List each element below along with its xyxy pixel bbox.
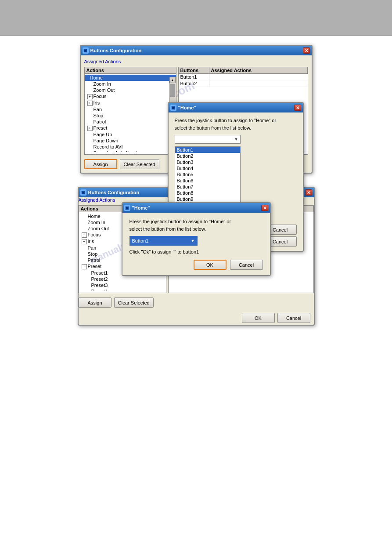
listbox-item-btn6-1[interactable]: Button6 bbox=[175, 178, 240, 184]
home-dialog1-close-btn[interactable]: ✕ bbox=[294, 105, 301, 111]
tree-item-recordavi-1[interactable]: Record to AVI bbox=[85, 144, 176, 150]
focus-expander-2[interactable]: + bbox=[82, 232, 87, 238]
dialog2-ok-btn[interactable]: OK bbox=[242, 313, 275, 323]
listbox-item-btn4-1[interactable]: Button4 bbox=[175, 165, 240, 171]
home-prompt-2: Press the joystick button to assign to "… bbox=[129, 218, 263, 232]
tree-item-preset2-2[interactable]: Preset2 bbox=[79, 276, 166, 282]
focus-expander-1[interactable]: + bbox=[87, 94, 93, 99]
listbox-item-btn8-1[interactable]: Button8 bbox=[175, 190, 240, 196]
tree-item-preset4-2[interactable]: Preset4 bbox=[79, 288, 166, 290]
scroll-up-1[interactable]: ▲ bbox=[169, 77, 176, 83]
dropdown-arrow-1: ▼ bbox=[234, 137, 238, 141]
dialog1-title: Buttons Configuration bbox=[90, 48, 142, 53]
home-dialog2-buttons: OK Cancel bbox=[129, 260, 263, 270]
tree-item-patrol-1[interactable]: Patrol bbox=[85, 119, 176, 125]
dialog2-ok-cancel: OK Cancel bbox=[79, 311, 314, 325]
tree-item-focus-1[interactable]: +Focus bbox=[85, 93, 176, 100]
dialog2-bottom-buttons: Assign Clear Selected bbox=[79, 296, 314, 308]
home-dialog2-close-btn[interactable]: ✕ bbox=[261, 205, 268, 211]
listbox-item-btn9-1[interactable]: Button9 bbox=[175, 196, 240, 202]
tree-item-iris-1[interactable]: +Iris bbox=[85, 100, 176, 106]
tree-item-zoomin-1[interactable]: Zoom In bbox=[85, 81, 176, 87]
tree-item-snapshot-1[interactable]: Snapshot Auto Naming bbox=[85, 150, 176, 152]
home-dialog2-titlebar: ▣ "Home" ✕ bbox=[122, 203, 270, 213]
assigned-cell-2 bbox=[209, 80, 213, 87]
home-dialog2-body: Press the joystick button to assign to "… bbox=[122, 213, 270, 275]
clear-selected-button-1[interactable]: Clear Selected bbox=[120, 159, 159, 169]
listbox-item-btn1-1[interactable]: Button1 bbox=[175, 147, 240, 153]
dialog1-close-btn[interactable]: ✕ bbox=[303, 47, 310, 54]
tree-item-preset3-2[interactable]: Preset3 bbox=[79, 282, 166, 288]
listbox-item-btn7-1[interactable]: Button7 bbox=[175, 184, 240, 190]
actions-panel-1: Actions Home Zoom In Zoom Out +Focus +Ir… bbox=[84, 67, 176, 155]
home-dialog2-icon: ▣ bbox=[124, 205, 130, 211]
home-dropdown-2[interactable]: Button1 ▼ bbox=[129, 236, 198, 246]
dialog2-cancel-btn[interactable]: Cancel bbox=[277, 313, 310, 323]
clear-selected-button-2[interactable]: Clear Selected bbox=[114, 297, 154, 308]
home-dialog1-title: "Home" bbox=[178, 105, 196, 110]
home-dialog1-icon: ▣ bbox=[170, 105, 176, 111]
assigned-cell-1 bbox=[209, 74, 213, 80]
btn-cell-1: Button1 bbox=[179, 74, 209, 80]
top-bar bbox=[0, 0, 392, 36]
scroll-thumb-1[interactable] bbox=[170, 84, 175, 97]
listbox-item-btn5-1[interactable]: Button5 bbox=[175, 171, 240, 178]
dialog2-icon: ▣ bbox=[80, 189, 86, 196]
actions-header-1: Actions bbox=[85, 67, 176, 74]
dialog1-icon: ▣ bbox=[83, 47, 89, 54]
dialog1-titlebar: ▣ Buttons Configuration ✕ bbox=[81, 46, 312, 55]
dialog1-section: Assigned Actions bbox=[84, 59, 308, 64]
home-ok-button-2[interactable]: OK bbox=[194, 260, 227, 270]
tree-item-pan-1[interactable]: Pan bbox=[85, 106, 176, 112]
tree-item-preset-1[interactable]: +Preset bbox=[85, 125, 176, 131]
preset-expander-1[interactable]: + bbox=[87, 126, 93, 131]
dropdown-arrow-2: ▼ bbox=[191, 239, 195, 243]
home-dialog1-titlebar: ▣ "Home" ✕ bbox=[169, 103, 303, 112]
click-ok-msg: Click "Ok" to assign "" to button1 bbox=[129, 249, 263, 254]
home-dialog2-title: "Home" bbox=[132, 205, 150, 210]
listbox-item-btn2-1[interactable]: Button2 bbox=[175, 153, 240, 159]
buttons-header-row-1: Buttons Assigned Actions bbox=[179, 67, 308, 74]
preset-expander-2[interactable]: - bbox=[82, 264, 87, 269]
home-dropdown-value-2: Button1 bbox=[132, 238, 149, 243]
iris-expander-2[interactable]: + bbox=[82, 239, 87, 244]
first-dialog-group: manualalive.com ▣ Buttons Configuration … bbox=[80, 45, 313, 174]
tree-item-pageup-1[interactable]: Page Up bbox=[85, 131, 176, 138]
actions-list-1[interactable]: Home Zoom In Zoom Out +Focus +Iris Pan S… bbox=[85, 74, 176, 152]
tree-item-stop-1[interactable]: Stop bbox=[85, 112, 176, 119]
home-dropdown-1[interactable]: ▼ bbox=[175, 135, 241, 144]
home-dialog-2: ▣ "Home" ✕ Press the joystick button to … bbox=[122, 202, 271, 276]
dialog2-close-btn[interactable]: ✕ bbox=[305, 189, 312, 196]
assign-button-2[interactable]: Assign bbox=[79, 297, 111, 308]
iris-expander-1[interactable]: + bbox=[87, 101, 93, 106]
home-cancel-button-2[interactable]: Cancel bbox=[230, 260, 263, 270]
buttons-col-1: Buttons bbox=[179, 67, 209, 73]
tree-item-home-1[interactable]: Home bbox=[85, 75, 176, 81]
buttons-row-1[interactable]: Button1 bbox=[179, 74, 308, 80]
assigned-col-1: Assigned Actions bbox=[209, 67, 308, 73]
home-prompt-1: Press the joystick button to assign to "… bbox=[175, 117, 297, 131]
tree-item-zoomout-1[interactable]: Zoom Out bbox=[85, 87, 176, 93]
listbox-item-btn3-1[interactable]: Button3 bbox=[175, 159, 240, 165]
dialog2-title: Buttons Configuration bbox=[88, 190, 140, 195]
main-content: manualalive.com ▣ Buttons Configuration … bbox=[0, 36, 392, 555]
tree-item-pagedown-1[interactable]: Page Down bbox=[85, 138, 176, 144]
assign-button-1[interactable]: Assign bbox=[84, 159, 117, 169]
btn-cell-2: Button2 bbox=[179, 80, 209, 87]
buttons-row-2[interactable]: Button2 bbox=[179, 80, 308, 87]
